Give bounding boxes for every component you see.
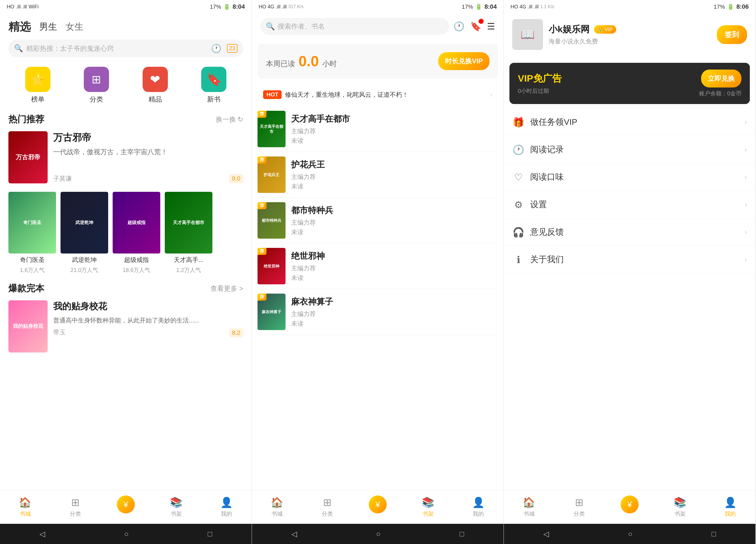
wifi-bars: .ill .ill [16, 4, 27, 10]
hot-banner[interactable]: HOT 修仙天才，重生地球，叱咤风云，证道不朽！ › [258, 86, 498, 103]
nav-icon-shelf-3: 📚 [674, 497, 686, 508]
menu-item-1[interactable]: 🕐 阅读记录 › [504, 136, 755, 163]
calendar-icon[interactable]: 23 [227, 44, 238, 53]
grid-pop-0: 1.6万人气 [20, 266, 45, 274]
featured-action[interactable]: 查看更多 > [210, 284, 243, 293]
nav-coin-3[interactable]: ¥ [604, 501, 655, 513]
list-sub-3: 主编力荐 [291, 264, 498, 273]
search-hint-2: 搜索作者、书名 [278, 22, 325, 31]
nav-shelf-1[interactable]: 📚 书架 [151, 497, 201, 518]
menu-label-2: 阅读口味 [530, 171, 739, 183]
menu-icon-1: 🕐 [512, 144, 525, 155]
grid-item-2[interactable]: 超级戒指 超级戒指 18.6万人气 [113, 192, 160, 274]
nav-coin-2[interactable]: ¥ [353, 501, 403, 513]
grid-pop-1: 21.0万人气 [71, 266, 98, 274]
reading-prefix: 本周已读 [266, 59, 295, 68]
nav-shelf-2[interactable]: 📚 书架 [403, 497, 453, 518]
vip-promo-balance: 账户余额：0金币 [699, 90, 741, 97]
menu-icon-2[interactable]: ☰ [487, 21, 495, 32]
back-btn-1[interactable]: ◁ [40, 530, 45, 538]
cat-榜单[interactable]: ⭐ 榜单 [25, 67, 50, 104]
grid-item-3[interactable]: 天才高手在都市 天才高手... 1.2万人气 [165, 192, 212, 274]
grid-item-1[interactable]: 武逆乾坤 武逆乾坤 21.0万人气 [61, 192, 108, 274]
title-row: 精选 男生 女生 [8, 19, 243, 34]
menu-arrow-0: › [745, 118, 747, 126]
hot-arrow: › [490, 91, 492, 99]
featured-rating: 8.2 [229, 328, 243, 338]
home-btn-3[interactable]: ○ [628, 530, 632, 538]
list-sub-2: 主编力荐 [291, 218, 498, 227]
list-item-1[interactable]: 荐 护花兵王 护花兵王 主编力荐 未读 [258, 152, 498, 198]
nav-bookstore-2[interactable]: 🏠 书城 [252, 497, 302, 518]
nav-bookstore-3[interactable]: 🏠 书城 [504, 497, 554, 518]
hot-book-cover-text: 万古邪帝 [13, 150, 43, 164]
cat-新书[interactable]: 🔖 新书 [201, 67, 226, 104]
list-item-0[interactable]: 荐 天才高手在都市 天才高手在都市 主编力荐 未读 [258, 106, 498, 152]
menu-arrow-3: › [745, 200, 747, 209]
android-nav-1: ◁ ○ □ [0, 524, 252, 544]
status-left-3: HO 4G .ill .ill 1.1 K/s [511, 4, 554, 10]
nav-mine-3[interactable]: 👤 我的 [705, 497, 755, 518]
list-item-2[interactable]: 荐 都市特种兵 都市特种兵 主编力荐 未读 [258, 198, 498, 243]
clock-icon-2[interactable]: 🕐 [453, 21, 465, 32]
tab-female[interactable]: 女生 [66, 21, 84, 33]
featured-card[interactable]: 我的贴身校花 我的贴身校花 普通高中生身怀数种异能，从此开始了美妙的生活....… [0, 298, 252, 355]
grid-item-0[interactable]: 奇门医圣 奇门医圣 1.6万人气 [8, 192, 56, 274]
cat-精品[interactable]: ❤ 精品 [143, 67, 168, 104]
rec-tag-0: 荐 [258, 111, 266, 118]
nav-coin-1[interactable]: ¥ [101, 501, 151, 513]
list-item-3[interactable]: 荐 绝世邪神 绝世邪神 主编力荐 未读 [258, 243, 498, 289]
home-btn-1[interactable]: ○ [124, 530, 129, 538]
hot-rec-title: 热门推荐 [8, 113, 44, 126]
cat-label-精品: 精品 [149, 95, 162, 104]
search-bar[interactable]: 🔍 精彩热搜：太子爷的鬼迷心窍 🕐 23 [8, 40, 243, 57]
nav-category-2[interactable]: ⊞ 分类 [302, 497, 353, 518]
nav-bookstore[interactable]: 🏠 书城 [0, 497, 50, 518]
refresh-action[interactable]: 换一换 ↻ [216, 115, 243, 124]
back-btn-2[interactable]: ◁ [291, 530, 297, 538]
menu-item-3[interactable]: ⚙ 设置 › [504, 191, 755, 218]
list-title-4: 麻衣神算子 [291, 296, 498, 308]
nav-icon-category-2: ⊞ [323, 497, 331, 508]
nav-mine-2[interactable]: 👤 我的 [453, 497, 504, 518]
menu-item-4[interactable]: 🎧 意见反馈 › [504, 218, 755, 246]
checkin-btn[interactable]: 签到 [717, 25, 747, 44]
home-btn-2[interactable]: ○ [376, 530, 381, 538]
vip-exchange-btn2[interactable]: 立即兑换 [701, 69, 741, 87]
recent-btn-3[interactable]: □ [711, 530, 716, 538]
nav-icon-bookstore: 🏠 [19, 497, 31, 508]
tab-male[interactable]: 男生 [39, 21, 57, 33]
menu-item-5[interactable]: ℹ 关于我们 › [504, 246, 755, 274]
nav-category-1[interactable]: ⊞ 分类 [50, 497, 101, 518]
reading-stats: 本周已读 0.0 小时 时长兑换VIP [258, 44, 498, 78]
status-bar-3: HO 4G .ill .ill 1.1 K/s 17% 🔋 8:06 [504, 0, 755, 13]
back-btn-3[interactable]: ◁ [543, 530, 549, 538]
vip-promo-title: VIP免广告 [518, 72, 562, 85]
featured-header: 爆款完本 查看更多 > [0, 280, 252, 298]
cat-分类[interactable]: ⊞ 分类 [84, 67, 109, 104]
coin-icon-1: ¥ [117, 496, 135, 513]
hot-banner-text: 修仙天才，重生地球，叱咤风云，证道不朽！ [285, 91, 487, 99]
vip-exchange-btn[interactable]: 时长兑换VIP [438, 52, 490, 70]
nav-category-3[interactable]: ⊞ 分类 [554, 497, 605, 518]
nav-shelf-3[interactable]: 📚 书架 [655, 497, 705, 518]
hot-book-author: 子莫谦 [53, 174, 72, 183]
time-2: 8:04 [484, 3, 497, 10]
search-icon-2: 🔍 [266, 22, 275, 31]
menu-item-2[interactable]: ♡ 阅读口味 › [504, 163, 755, 191]
nav-mine-1[interactable]: 👤 我的 [201, 497, 252, 518]
status-right-3: 17% 🔋 8:06 [714, 3, 749, 10]
bottom-nav-3: 🏠 书城 ⊞ 分类 ¥ 📚 书架 👤 我的 [504, 490, 755, 524]
recent-btn-2[interactable]: □ [460, 530, 464, 538]
search-bar-2[interactable]: 🔍 搜索作者、书名 [260, 18, 449, 35]
menu-item-0[interactable]: 🎁 做任务领VIP › [504, 108, 755, 136]
vip-promo-banner: VIP免广告 0小时后过期 立即兑换 账户余额：0金币 [509, 63, 750, 104]
list-item-4[interactable]: 荐 麻衣神算子 麻衣神算子 主编力荐 未读 [258, 289, 498, 335]
panel-shelf: HO 4G .ill .ill 317 K/s 17% 🔋 8:04 🔍 搜索作… [252, 0, 504, 544]
clock-icon[interactable]: 🕐 [211, 43, 221, 53]
recent-btn-1[interactable]: □ [208, 530, 212, 538]
vip-promo-left: VIP免广告 0小时后过期 [518, 72, 562, 95]
list-info-1: 护花兵王 主编力荐 未读 [291, 159, 498, 191]
bookmark-icon-2[interactable]: 🔖 [470, 21, 481, 32]
hot-rec-card[interactable]: 万古邪帝 万古邪帝 一代战帝，傲视万古，主宰宇宙八荒！ 子莫谦 9.0 [0, 128, 252, 189]
